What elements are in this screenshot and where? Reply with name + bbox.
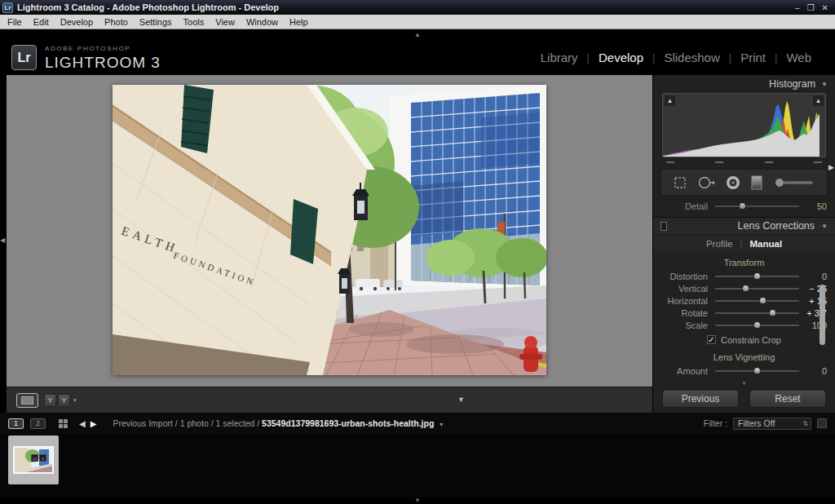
lantern <box>338 268 351 294</box>
menu-settings[interactable]: Settings <box>134 17 178 27</box>
slider-thumb[interactable] <box>753 272 761 280</box>
module-develop[interactable]: Develop <box>590 51 652 64</box>
module-slideshow[interactable]: Slideshow <box>655 51 728 64</box>
filter-lock-button[interactable] <box>817 418 827 428</box>
bottom-panel-strip: ▼ <box>0 497 835 504</box>
slider-value: 50 <box>799 201 827 211</box>
slider-thumb[interactable] <box>753 367 761 374</box>
slider-track[interactable] <box>715 307 799 318</box>
collapse-top-icon[interactable]: ▲ <box>414 31 421 38</box>
filter-dropdown[interactable]: Filters Off ⇅ <box>733 418 811 430</box>
title-bar: Lr Lightroom 3 Catalog - Adobe Photoshop… <box>0 0 835 15</box>
slider-thumb[interactable] <box>739 202 746 210</box>
dropdown-spinner-icon: ⇅ <box>802 420 808 427</box>
histogram-header[interactable]: Histogram ▼ <box>653 75 835 91</box>
minimize-button[interactable]: – <box>795 3 800 12</box>
crop-badge-icon[interactable]: ⊡ <box>31 454 38 462</box>
main-window-button[interactable]: 1 <box>8 418 24 429</box>
tick <box>715 161 723 163</box>
adjustment-brush-icon[interactable] <box>773 176 815 189</box>
slider-track[interactable] <box>715 295 799 306</box>
histogram-graph <box>663 93 820 157</box>
menu-help[interactable]: Help <box>284 17 314 27</box>
filmstrip-thumbnail-selected[interactable]: ⊡ ± <box>8 435 59 484</box>
menu-edit[interactable]: Edit <box>28 17 55 27</box>
photo-art: EALTH FOUNDATION <box>113 85 546 375</box>
spot-removal-icon[interactable] <box>697 175 715 190</box>
panel-switch-icon[interactable] <box>660 222 667 231</box>
breadcrumb-caret-icon[interactable]: ▾ <box>440 421 443 428</box>
horizontal-slider-row[interactable]: Horizontal + 15 <box>653 294 835 307</box>
compare-right-button[interactable]: Y <box>58 394 70 407</box>
menu-photo[interactable]: Photo <box>99 17 134 27</box>
menu-file[interactable]: File <box>2 17 28 27</box>
collapse-bottom-icon[interactable]: ▼ <box>414 497 421 504</box>
slider-track[interactable] <box>715 365 799 376</box>
grid-view-icon[interactable] <box>59 419 68 428</box>
slider-label: Horizontal <box>665 296 715 306</box>
window-title: Lightroom 3 Catalog - Adobe Photoshop Li… <box>17 2 279 12</box>
slider-track[interactable] <box>715 283 799 294</box>
slider-thumb[interactable] <box>769 309 776 316</box>
menu-tools[interactable]: Tools <box>178 17 210 27</box>
next-photo-icon[interactable]: ▶ <box>91 419 97 428</box>
previous-button[interactable]: Previous <box>662 390 739 408</box>
red-eye-icon[interactable] <box>725 175 741 191</box>
module-web[interactable]: Web <box>777 51 820 64</box>
vignette-amount-slider-row[interactable]: Amount 0 <box>653 365 835 377</box>
compare-left-button[interactable]: Y <box>44 394 56 407</box>
histogram-display[interactable]: ▲ ▲ <box>662 93 826 157</box>
crop-tool-icon[interactable] <box>673 176 687 189</box>
detail-slider-row[interactable]: Detail 50 <box>653 200 835 212</box>
lightroom-logo: Lr <box>11 45 37 70</box>
collapse-right-icon[interactable]: ▶ <box>828 163 834 171</box>
rotate-slider-row[interactable]: Rotate + 3.7 <box>653 307 835 319</box>
photo-preview[interactable]: EALTH FOUNDATION <box>113 85 546 375</box>
lens-corrections-header[interactable]: Lens Corrections ▼ <box>653 217 835 235</box>
slider-track[interactable] <box>715 201 799 211</box>
menu-window[interactable]: Window <box>241 17 284 27</box>
close-button[interactable]: ✕ <box>822 3 828 12</box>
slider-track[interactable] <box>715 271 799 281</box>
left-panel-strip: ◀ <box>0 75 7 413</box>
menu-develop[interactable]: Develop <box>55 17 99 27</box>
compare-caret-icon[interactable]: ▾ <box>73 397 77 404</box>
lens-vignetting-title: Lens Vignetting <box>653 352 835 362</box>
menu-view[interactable]: View <box>210 17 241 27</box>
module-print[interactable]: Print <box>731 51 775 64</box>
panel-scrollbar[interactable] <box>820 285 825 345</box>
slider-label: Amount <box>665 366 715 376</box>
slider-thumb[interactable] <box>759 297 767 304</box>
second-window-button[interactable]: 2 <box>30 418 46 429</box>
distortion-slider-row[interactable]: Distortion 0 <box>653 270 835 282</box>
collapse-left-icon[interactable]: ◀ <box>0 237 5 244</box>
right-panel: Histogram ▼ ▲ ▲ <box>652 75 835 413</box>
module-library[interactable]: Library <box>532 51 587 64</box>
shadow-clipping-indicator[interactable]: ▲ <box>665 95 675 106</box>
tool-strip <box>660 169 828 196</box>
slider-track[interactable] <box>715 320 799 330</box>
filter-label: Filter : <box>704 418 727 428</box>
tab-manual[interactable]: Manual <box>749 239 782 249</box>
reset-button[interactable]: Reset <box>749 390 826 408</box>
scale-slider-row[interactable]: Scale 100 <box>653 319 835 331</box>
breadcrumb[interactable]: Previous Import / 1 photo / 1 selected /… <box>113 418 443 428</box>
window-controls: – ❐ ✕ <box>795 3 835 12</box>
graduated-filter-icon[interactable] <box>750 175 763 191</box>
adjustment-badge-icon[interactable]: ± <box>39 454 46 462</box>
previous-photo-icon[interactable]: ◀ <box>79 419 86 428</box>
toolbar-options-icon[interactable]: ▼ <box>457 396 465 404</box>
vertical-slider-row[interactable]: Vertical − 26 <box>653 282 835 294</box>
tab-profile[interactable]: Profile <box>706 239 733 249</box>
highlight-clipping-indicator[interactable]: ▲ <box>813 95 824 106</box>
panel-end-caret[interactable]: ▾ <box>653 379 835 387</box>
app-header: Lr ADOBE PHOTOSHOP LIGHTROOM 3 Library |… <box>0 40 835 75</box>
slider-thumb[interactable] <box>753 321 761 329</box>
chevron-down-icon[interactable]: ▼ <box>821 81 828 88</box>
slider-thumb[interactable] <box>742 285 749 292</box>
restore-button[interactable]: ❐ <box>807 3 815 12</box>
constrain-crop-checkbox[interactable]: ✓ <box>707 335 716 344</box>
loupe-view-button[interactable] <box>16 393 38 408</box>
slider-label: Scale <box>665 321 715 330</box>
chevron-down-icon[interactable]: ▼ <box>821 223 828 230</box>
